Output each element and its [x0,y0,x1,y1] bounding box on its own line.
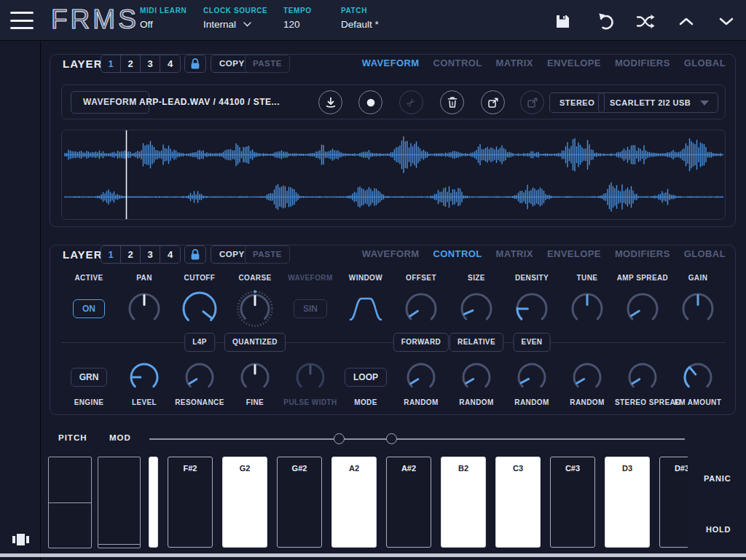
key-f#2[interactable]: F#2 [168,457,213,548]
tab-matrix[interactable]: MATRIX [496,56,533,71]
lock-button[interactable] [184,245,206,264]
waveform-button[interactable]: SIN [294,299,327,318]
field-value[interactable]: Internal [203,19,267,30]
key-a2[interactable]: A2 [331,457,377,548]
hold-button[interactable]: HOLD [706,525,731,534]
tab-global[interactable]: GLOBAL [684,56,726,71]
layer1-select-3[interactable]: 3 [141,55,160,72]
key-g#2[interactable]: G#2 [277,457,322,548]
forward-button[interactable]: FORWARD [393,333,449,352]
level-knob[interactable] [117,358,172,396]
layer1-select-1[interactable]: 1 [101,55,121,72]
l4p-button[interactable]: L4P [184,333,215,352]
stereo-spread-knob[interactable] [615,358,670,396]
resonance-knob[interactable] [172,358,227,396]
tab-modifiers[interactable]: MODIFIERS [615,247,670,261]
random-knob[interactable] [449,358,504,396]
tab-modifiers[interactable]: MODIFIERS [615,56,670,71]
pan-knob[interactable] [117,285,172,333]
tune-knob[interactable] [560,285,615,333]
tab-control[interactable]: CONTROL [433,247,482,261]
tab-waveform[interactable]: WAVEFORM [362,56,420,71]
topbar-field-clock-source[interactable]: CLOCK SOURCEInternal [203,7,267,30]
layer2-select-4[interactable]: 4 [160,246,180,263]
shuffle-icon[interactable] [635,11,656,31]
key-c3[interactable]: C3 [495,457,541,548]
layer2-select-3[interactable]: 3 [141,246,160,263]
chevron-down-icon[interactable] [716,11,737,31]
layer2-select-1[interactable]: 1 [101,246,121,263]
amp-spread-knob[interactable] [615,285,670,333]
range-slider[interactable] [149,438,685,440]
layer-label: LAYER [58,246,106,264]
export-icon[interactable] [481,90,505,114]
cutoff-knob[interactable] [172,285,227,333]
key-c#3[interactable]: C#3 [550,457,595,548]
waveform-source-button[interactable]: WAVEFORM [71,91,149,114]
resonance-label: RESONANCE [172,398,227,406]
trash-icon[interactable] [440,90,464,114]
quantized-button[interactable]: QUANTIZED [224,333,286,352]
random-knob[interactable] [504,358,560,396]
coarse-knob[interactable] [227,285,283,333]
key-note-label: C#3 [551,464,594,473]
download-icon[interactable] [318,90,342,114]
pulse-width-knob[interactable] [283,358,338,396]
pitch-wheel[interactable] [48,457,92,548]
mod-label: MOD [109,433,131,442]
tab-control[interactable]: CONTROL [433,56,482,71]
topbar-field-tempo[interactable]: TEMPO120 [283,7,312,30]
stereo-button[interactable]: STEREO [549,92,605,113]
layer2-select-2[interactable]: 2 [121,246,141,263]
audio-device-dropdown[interactable]: SCARLETT 2I2 USB [598,92,718,113]
scissors-icon[interactable]: ✂ [399,90,423,114]
lock-button[interactable] [184,55,206,73]
slider-handle-1[interactable] [334,433,345,444]
key-sliver[interactable] [149,457,158,548]
key-b2[interactable]: B2 [441,457,486,548]
field-value[interactable]: Off [140,19,186,30]
engine-button[interactable]: GRN [71,368,108,387]
random-knob[interactable] [393,358,449,396]
topbar-field-midi-learn[interactable]: MIDI LEARNOff [140,7,186,30]
layer1-select-2[interactable]: 2 [121,55,141,72]
fm-amount-knob[interactable] [670,358,726,396]
layer1-select-4[interactable]: 4 [160,55,180,72]
size-knob[interactable] [449,285,504,333]
random-knob[interactable] [560,358,615,396]
record-icon[interactable] [358,90,382,114]
density-knob[interactable] [504,285,560,333]
paste-button[interactable]: PASTE [245,245,290,264]
cell-pan: PAN [117,274,172,333]
topbar-field-patch[interactable]: PATCHDefault * [341,7,379,30]
relative-button[interactable]: RELATIVE [449,333,503,352]
key-g2[interactable]: G2 [222,457,267,548]
active-button[interactable]: ON [73,299,105,318]
gain-knob[interactable] [670,285,726,333]
chevron-up-icon[interactable] [676,11,696,31]
key-a#2[interactable]: A#2 [386,457,431,548]
tab-envelope[interactable]: ENVELOPE [547,247,601,261]
export-copy-icon[interactable] [520,90,544,114]
field-value[interactable]: Default * [341,19,379,30]
undo-icon[interactable] [595,11,616,31]
offset-knob[interactable] [393,285,449,333]
tab-envelope[interactable]: ENVELOPE [547,56,601,71]
tab-matrix[interactable]: MATRIX [496,247,533,261]
panic-button[interactable]: PANIC [704,474,731,483]
waveform-display[interactable] [61,130,726,220]
key-d#3[interactable]: D#3 [659,457,688,548]
mod-wheel[interactable] [98,457,141,548]
tab-waveform[interactable]: WAVEFORM [362,247,420,261]
slider-handle-2[interactable] [386,433,397,444]
even-button[interactable]: EVEN [514,333,551,352]
key-d3[interactable]: D3 [605,457,650,548]
mode-button[interactable]: LOOP [345,368,387,387]
fine-knob[interactable] [227,358,283,396]
paste-button[interactable]: PASTE [245,55,290,73]
hamburger-menu-icon[interactable] [10,12,34,29]
window-shape-icon[interactable] [338,285,393,333]
tab-global[interactable]: GLOBAL [684,247,726,261]
save-icon[interactable] [552,11,573,31]
field-value[interactable]: 120 [283,19,312,30]
